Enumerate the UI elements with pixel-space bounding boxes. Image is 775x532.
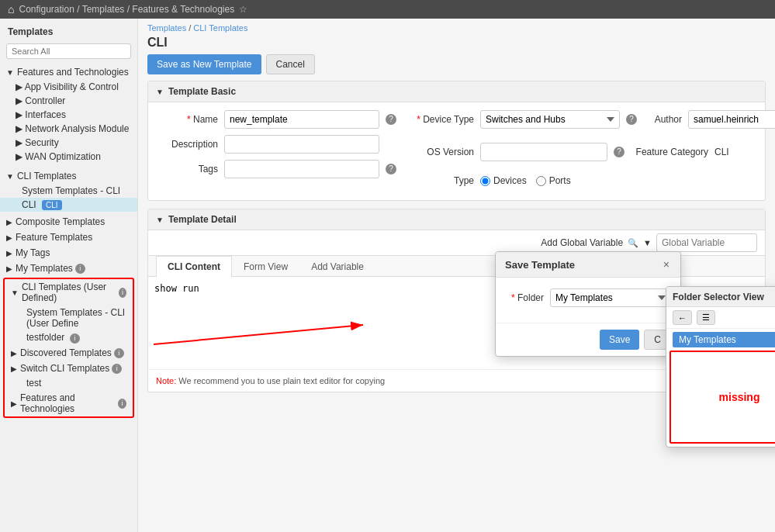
expand-arrow-icon: ▶ [11,399,17,408]
star-icon[interactable]: ☆ [239,4,247,15]
content-area: Templates / CLI Templates CLI Save as Ne… [138,19,775,532]
sidebar-item-test[interactable]: test [5,376,133,390]
sidebar: Templates ▼ Features and Technologies ▶ … [0,19,138,532]
sidebar-item-label: CLI Templates [17,171,76,181]
home-icon[interactable]: ⌂ [8,3,14,16]
missing-label: missing [719,391,760,403]
save-template-modal: Save Template × Folder My Templates Save… [495,251,681,357]
breadcrumb: Configuration / Templates / Features & T… [19,4,234,15]
expand-arrow-icon: ▶ [16,81,22,92]
highlighted-sidebar-section: ▼ CLI Templates (User Defined) i System … [3,278,134,418]
search-input[interactable] [6,43,131,59]
sidebar-title: Templates [0,23,137,40]
folder-panel-title: Folder Selector View [673,292,764,302]
sidebar-item-label: Composite Templates [16,216,105,227]
sidebar-item-label: My Templates [16,263,73,274]
folder-panel-header: Folder Selector View × [666,287,775,307]
sidebar-item-security[interactable]: ▶ Security [0,136,137,150]
sidebar-item-cli-user-defined[interactable]: ▼ CLI Templates (User Defined) i [5,279,133,306]
sidebar-item-app-visibility[interactable]: ▶ App Visibility & Control [0,80,137,94]
sidebar-item-cli-templates[interactable]: ▼ CLI Templates [0,168,137,184]
folder-selected-item[interactable]: My Templates [673,332,775,347]
sidebar-item-label: Discovered Templates [20,347,112,358]
sidebar-item-feature-templates[interactable]: ▶ Feature Templates [0,230,137,245]
info-icon[interactable]: i [112,364,122,374]
sidebar-item-system-templates-cli[interactable]: System Templates - CLI [0,184,137,198]
sidebar-item-wan-optimization[interactable]: ▶ WAN Optimization [0,150,137,164]
folder-back-button[interactable]: ← [673,310,692,325]
folder-selector-panel: Folder Selector View × ← ☰ My Templates … [666,286,775,447]
expand-arrow-icon: ▶ [11,364,17,373]
sidebar-item-interfaces[interactable]: ▶ Interfaces [0,108,137,122]
info-icon[interactable]: i [119,288,126,298]
sidebar-item-label: Switch CLI Templates [20,363,109,374]
expand-arrow-icon: ▼ [6,172,14,181]
sidebar-item-cli-active[interactable]: CLI CLI [0,198,137,212]
sidebar-item-features-technologies[interactable]: ▼ Features and Technologies [0,64,137,80]
sidebar-item-label: Features and Technologies [17,67,129,78]
expand-arrow-icon: ▶ [16,151,22,162]
folder-row: Folder My Templates [505,288,671,307]
info-icon[interactable]: i [114,348,124,358]
modal-save-button[interactable]: Save [600,330,639,350]
sidebar-item-discovered-templates[interactable]: ▶ Discovered Templates i [5,345,133,361]
expand-arrow-icon: ▶ [6,218,12,226]
modal-footer: Save C [496,323,680,356]
sidebar-item-composite-templates[interactable]: ▶ Composite Templates [0,214,137,230]
expand-arrow-icon: ▼ [11,288,19,297]
sidebar-item-switch-cli-templates[interactable]: ▶ Switch CLI Templates i [5,361,133,376]
folder-list-button[interactable]: ☰ [697,310,715,325]
sidebar-section-features: ▼ Features and Technologies ▶ App Visibi… [0,62,137,166]
expand-arrow-icon: ▶ [16,95,22,106]
top-bar: ⌂ Configuration / Templates / Features &… [0,0,775,19]
info-icon[interactable]: i [118,399,126,409]
cli-badge: CLI [42,200,62,210]
expand-arrow-icon: ▶ [16,109,22,120]
modal-title: Save Template [505,259,575,271]
expand-arrow-icon: ▶ [16,123,22,134]
sidebar-item-label: Features and Technologies [20,392,116,414]
sidebar-item-network-analysis[interactable]: ▶ Network Analysis Module [0,122,137,136]
folder-panel-body: missing [669,351,775,444]
sidebar-item-my-tags[interactable]: ▶ My Tags [0,245,137,261]
info-icon[interactable]: i [70,333,80,344]
expand-arrow-icon: ▶ [11,349,17,358]
expand-arrow-icon: ▶ [6,249,12,257]
sidebar-item-label: CLI Templates (User Defined) [22,282,116,303]
modal-overlay: Save Template × Folder My Templates Save… [138,19,775,532]
folder-label: Folder [505,292,544,303]
folder-select[interactable]: My Templates [550,288,671,307]
sidebar-item-label: My Tags [16,247,50,258]
sidebar-item-label: Feature Templates [16,232,92,243]
expand-arrow-icon: ▶ [6,264,12,273]
expand-arrow-icon: ▶ [6,233,12,242]
modal-header: Save Template × [496,252,680,278]
info-icon[interactable]: i [75,264,85,274]
sidebar-item-features-technologies-2[interactable]: ▶ Features and Technologies i [5,390,133,416]
sidebar-item-my-templates[interactable]: ▶ My Templates i [0,261,137,276]
sidebar-item-controller[interactable]: ▶ Controller [0,94,137,108]
sidebar-section-cli-templates: ▼ CLI Templates System Templates - CLI C… [0,166,137,214]
folder-panel-toolbar: ← ☰ [666,307,775,329]
sidebar-item-system-templates-user-define[interactable]: System Templates - CLI (User Define [5,306,133,330]
expand-arrow-icon: ▼ [6,68,14,77]
modal-body: Folder My Templates [496,278,680,323]
main-layout: Templates ▼ Features and Technologies ▶ … [0,19,775,532]
expand-arrow-icon: ▶ [16,137,22,148]
sidebar-item-testfolder[interactable]: testfolder i [5,330,133,345]
modal-close-button[interactable]: × [662,258,671,271]
